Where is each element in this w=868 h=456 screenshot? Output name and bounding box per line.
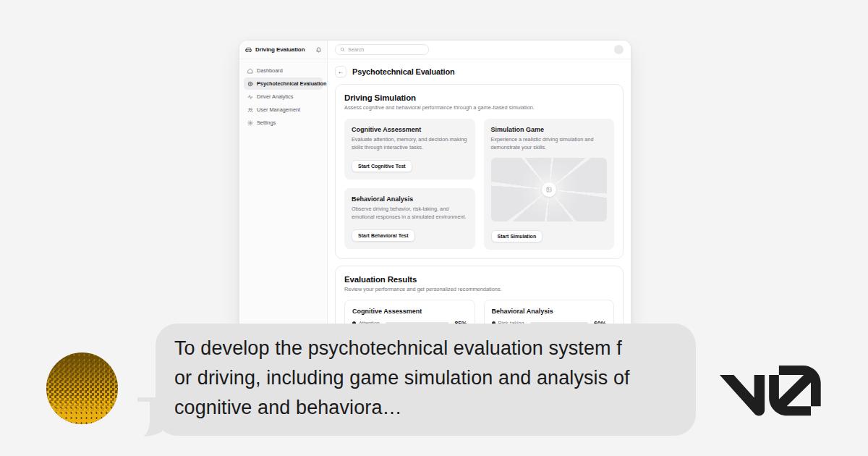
- behavioral-analysis-tile: Behavioral Analysis Observe driving beha…: [344, 188, 475, 249]
- gear-icon: [247, 120, 253, 126]
- search-icon: [340, 47, 345, 52]
- home-icon: [247, 68, 253, 74]
- cognitive-assessment-tile: Cognitive Assessment Evaluate attention,…: [344, 119, 475, 180]
- start-behavioral-test-button[interactable]: Start Behavioral Test: [352, 229, 415, 242]
- driving-simulation-card: Driving Simulation Assess cognitive and …: [335, 84, 624, 259]
- tile-title: Cognitive Assessment: [352, 126, 468, 133]
- topbar: Search: [328, 41, 631, 59]
- pixel-dither-avatar: [46, 352, 118, 424]
- section-title: Driving Simulation: [344, 93, 614, 102]
- tile-description: Evaluate attention, memory, and decision…: [352, 136, 468, 152]
- search-placeholder: Search: [348, 47, 364, 52]
- simulation-grid: Cognitive Assessment Evaluate attention,…: [344, 119, 614, 250]
- sidebar-item-label: Dashboard: [257, 67, 283, 74]
- main-area: Search ← Psychotechnical Evaluation Driv…: [328, 41, 631, 331]
- bubble-text-line: or driving, including game simulation an…: [174, 363, 677, 393]
- image-placeholder-icon: [542, 182, 556, 197]
- start-cognitive-test-button[interactable]: Start Cognitive Test: [352, 160, 412, 172]
- sidebar-item-psychotechnical-evaluation[interactable]: Psychotechnical Evaluation: [244, 77, 323, 90]
- page-header: ← Psychotechnical Evaluation: [335, 66, 624, 77]
- search-input[interactable]: Search: [335, 44, 429, 55]
- sidebar-item-label: Psychotechnical Evaluation: [257, 80, 327, 87]
- tile-description: Observe driving behavior, risk-taking, a…: [352, 206, 468, 221]
- evaluation-results-card: Evaluation Results Review your performan…: [335, 266, 624, 331]
- sidebar-item-settings[interactable]: Settings: [244, 117, 323, 129]
- sidebar-header: Driving Evaluation: [239, 41, 327, 59]
- app-title: Driving Evaluation: [255, 46, 305, 53]
- panel-title: Cognitive Assessment: [352, 308, 467, 315]
- sidebar-item-label: Driver Analytics: [257, 93, 293, 100]
- app-window: Driving Evaluation Dashboard Psychotechn…: [239, 40, 631, 331]
- sidebar-item-user-management[interactable]: User Management: [244, 104, 323, 116]
- sidebar-nav: Dashboard Psychotechnical Evaluation Dri…: [239, 59, 327, 135]
- section-title: Evaluation Results: [344, 275, 614, 284]
- activity-icon: [247, 94, 253, 100]
- user-avatar[interactable]: [614, 45, 624, 54]
- back-button[interactable]: ←: [335, 66, 346, 77]
- simulation-canvas: [491, 158, 608, 221]
- tile-title: Behavioral Analysis: [352, 195, 468, 203]
- bubble-text-line: cognitive and behaviora…: [174, 393, 677, 423]
- sidebar-item-label: User Management: [257, 106, 300, 113]
- panel-title: Behavioral Analysis: [492, 308, 607, 315]
- users-icon: [247, 107, 253, 113]
- page-content: ← Psychotechnical Evaluation Driving Sim…: [328, 59, 631, 331]
- assessment-column: Cognitive Assessment Evaluate attention,…: [344, 119, 475, 249]
- bubble-text-line: To develop the psychotechnical evaluatio…: [174, 334, 677, 363]
- section-subtitle: Assess cognitive and behavioral performa…: [344, 104, 614, 111]
- brain-icon: [247, 81, 253, 87]
- car-icon: [244, 46, 252, 54]
- sidebar-item-driver-analytics[interactable]: Driver Analytics: [244, 90, 323, 103]
- section-subtitle: Review your performance and get personal…: [344, 286, 614, 292]
- tile-title: Simulation Game: [491, 126, 608, 133]
- bell-icon[interactable]: [315, 46, 322, 53]
- sidebar-item-dashboard[interactable]: Dashboard: [244, 64, 323, 77]
- page-title: Psychotechnical Evaluation: [352, 67, 455, 76]
- simulation-game-tile: Simulation Game Experience a realistic d…: [484, 119, 615, 250]
- speech-bubble: To develop the psychotechnical evaluatio…: [156, 324, 696, 436]
- sidebar-item-label: Settings: [257, 119, 276, 126]
- sidebar: Driving Evaluation Dashboard Psychotechn…: [239, 41, 328, 331]
- v0-logo: [720, 366, 821, 416]
- tile-description: Experience a realistic driving simulatio…: [491, 136, 608, 152]
- start-simulation-button[interactable]: Start Simulation: [491, 230, 543, 242]
